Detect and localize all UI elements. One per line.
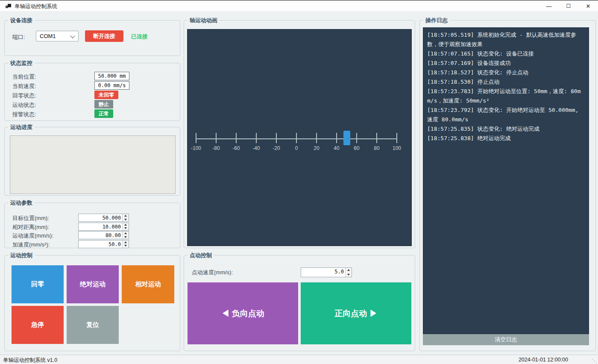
motion-control-group: 运动控制 回零绝对运动相对运动急停复位 [4,255,180,351]
spinbox-value: 10.000 [79,223,122,230]
status-row-label: 报警状态: [12,111,36,118]
chevron-down-icon [70,33,75,38]
jog-speed-spinbox[interactable]: 5.0 [301,267,352,277]
axis-position-indicator [343,131,350,145]
status-row: 回零状态:未回零 [5,91,180,100]
resize-grip[interactable]: ⋱ [592,358,597,364]
group-title: 设备连接 [8,17,35,24]
spin-down-button[interactable] [123,226,129,230]
param-spinbox[interactable]: 10.000 [78,223,129,231]
spinbox-value: 50.0 [79,241,122,248]
spin-up-button[interactable] [123,232,129,235]
log-entry: [18:57:18.527] 状态变化: 停止点动 [427,68,585,77]
motion-button-home[interactable]: 回零 [12,265,64,303]
axis-tick-label: -60 [232,145,240,151]
title-bar[interactable]: 单轴运动控制系统 — ☐ ✕ [0,1,598,11]
progress-area [10,135,176,194]
param-spinbox[interactable]: 80.00 [78,231,129,239]
up-arrow-icon [124,224,127,226]
jog-speed-spinbox-slot: 5.0 [301,267,352,277]
axis-tick-label: -20 [273,145,280,151]
status-row: 报警状态:正常 [5,109,180,119]
axis-tick-label: -80 [212,145,220,151]
param-label: 加速度(mm/s²): [12,241,50,249]
status-row-label: 当前位置: [12,73,36,81]
status-monitor-group: 状态监控 当前位置:50.000 mm当前速度:0.00 mm/s回零状态:未回… [4,63,180,121]
up-arrow-icon [124,215,127,217]
motion-button-reset[interactable]: 复位 [67,306,119,344]
port-select[interactable]: COM1 [36,31,79,41]
up-arrow-icon [124,241,127,243]
axis-animation-canvas: -100-80-60-40-20020406080100 [187,29,412,246]
clear-log-button[interactable]: 清空日志 [423,334,589,345]
maximize-icon[interactable]: ☐ [559,1,578,11]
group-title: 状态监控 [8,59,35,67]
status-row-label: 回零状态: [12,92,36,100]
param-row: 相对距离(mm):10.000 [5,223,180,232]
axis-tick-label: 20 [314,145,319,151]
axis-tick [296,133,297,143]
status-readout: 50.000 mm [94,72,129,80]
param-rows: 目标位置(mm):50.000相对距离(mm):10.000运动速度(mm/s)… [5,214,180,249]
param-label: 相对距离(mm): [12,223,49,231]
spin-down-button[interactable] [123,244,129,248]
axis-tick-label: 40 [334,145,339,151]
spin-down-button[interactable] [123,218,129,222]
param-label: 目标位置(mm): [12,214,49,222]
group-title: 运动参数 [8,199,35,207]
status-bar: 单轴运动控制系统 v1.0 2024-01-01 12:00:00 ⋱ [0,355,598,364]
group-title: 点动控制 [188,252,214,259]
spin-down-button[interactable] [123,235,129,239]
spin-buttons [122,214,129,221]
status-row: 当前位置:50.000 mm [5,72,180,81]
app-icon [6,3,12,9]
close-icon[interactable]: ✕ [578,1,598,11]
status-badge: 正常 [94,109,113,118]
motion-button-relative[interactable]: 相对运动 [122,265,174,303]
spin-up-button[interactable] [123,241,129,244]
down-arrow-icon [347,274,350,276]
param-row: 加速度(mm/s²):50.0 [5,240,180,249]
spin-down-button[interactable] [346,273,352,277]
spin-up-button[interactable] [346,268,352,273]
motion-button-estop[interactable]: 急停 [12,306,64,344]
spin-buttons [122,223,129,230]
log-entry: [18:57:23.783] 开始绝对运动至位置: 50mm，速度: 80mm/… [427,87,585,106]
jog-negative-button[interactable]: ◀ 负向点动 [188,282,298,344]
spin-up-button[interactable] [123,214,129,218]
port-select-value: COM1 [40,33,56,39]
jog-speed-label: 点动速度(mm/s): [192,269,233,276]
motion-params-group: 运动参数 目标位置(mm):50.000相对距离(mm):10.000运动速度(… [4,203,180,248]
window-title: 单轴运动控制系统 [15,3,57,10]
minimize-icon[interactable]: — [539,1,559,11]
spinbox-value: 80.00 [79,232,122,239]
spinbox-value: 50.000 [79,214,122,221]
spin-up-button[interactable] [123,223,129,227]
log-entry: [18:57:07.165] 状态变化: 设备已连接 [427,49,585,59]
status-row-label: 运动状态: [12,101,36,109]
down-arrow-icon [124,219,127,220]
disconnect-button[interactable]: 断开连接 [85,30,123,42]
motion-button-absolute[interactable]: 绝对运动 [67,265,119,303]
down-arrow-icon [124,227,127,229]
param-spinbox[interactable]: 50.000 [78,214,129,222]
log-area[interactable]: [18:57:05.519] 系统初始化完成 - 默认高速低加速度参数，便于观察… [423,27,589,334]
jog-positive-button[interactable]: 正向点动 ▶ [301,282,411,344]
window-controls: — ☐ ✕ [539,1,598,11]
axis-tick-label: 100 [393,145,401,151]
spin-buttons [122,241,129,248]
axis-tick [196,133,196,143]
log-entry: [18:57:25.838] 绝对运动完成 [427,134,585,143]
down-arrow-icon [124,245,127,247]
status-badge: 未回零 [94,91,118,99]
axis-tick [276,133,277,143]
spin-buttons [122,232,129,239]
axis-animation-group: 轴运动动画 -100-80-60-40-20020406080100 [184,20,415,248]
down-arrow-icon [124,236,127,238]
axis-ruler: -100-80-60-40-20020406080100 [196,133,397,159]
status-row-label: 当前速度: [12,82,36,90]
group-title: 轴运动动画 [188,17,220,24]
param-spinbox[interactable]: 50.0 [78,240,129,248]
axis-tick-label: 80 [374,145,379,151]
axis-tick [216,133,217,143]
